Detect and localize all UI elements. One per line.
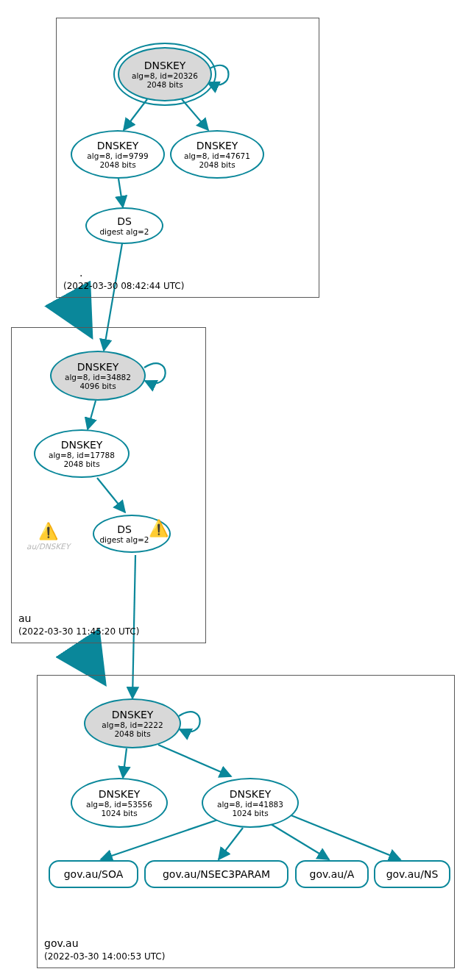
au-zsk-title: DNSKEY bbox=[61, 439, 103, 451]
root-ksk-title: DNSKEY bbox=[144, 60, 186, 71]
govau-ksk-title: DNSKEY bbox=[112, 709, 154, 720]
root-zsk-line1: alg=8, id=9799 bbox=[87, 151, 148, 160]
govau-ksk-node[interactable]: DNSKEY alg=8, id=2222 2048 bits bbox=[84, 698, 181, 748]
au-zsk-line2: 2048 bits bbox=[63, 459, 99, 468]
root-ksk-line2: 2048 bits bbox=[146, 80, 183, 89]
govau-zsk1-line2: 1024 bits bbox=[101, 809, 137, 818]
govau-zsk2-title: DNSKEY bbox=[230, 788, 272, 800]
root-extra-title: DNSKEY bbox=[196, 140, 238, 151]
au-ksk-node[interactable]: DNSKEY alg=8, id=34882 4096 bits bbox=[50, 351, 146, 401]
root-extra-line1: alg=8, id=47671 bbox=[184, 151, 250, 160]
au-zsk-line1: alg=8, id=17788 bbox=[49, 451, 115, 459]
govau-ksk-line1: alg=8, id=2222 bbox=[102, 720, 163, 729]
govau-ksk-line2: 2048 bits bbox=[114, 729, 150, 738]
zone-au-timestamp: (2022-03-30 11:45:20 UTC) bbox=[18, 626, 139, 637]
root-ksk-node[interactable]: DNSKEY alg=8, id=20326 2048 bits bbox=[118, 47, 212, 101]
au-ksk-line1: alg=8, id=34882 bbox=[65, 373, 131, 382]
root-zsk-title: DNSKEY bbox=[97, 140, 139, 151]
au-ds-line1: digest alg=2 bbox=[99, 535, 149, 544]
root-ds-line1: digest alg=2 bbox=[99, 227, 149, 236]
govau-zsk2-line2: 1024 bits bbox=[232, 809, 268, 818]
au-zsk-node[interactable]: DNSKEY alg=8, id=17788 2048 bits bbox=[34, 429, 130, 478]
root-extra-dnskey-node[interactable]: DNSKEY alg=8, id=47671 2048 bits bbox=[170, 130, 264, 179]
record-soa[interactable]: gov.au/SOA bbox=[49, 860, 138, 888]
govau-zsk1-line1: alg=8, id=53556 bbox=[86, 800, 152, 809]
root-ds-node[interactable]: DS digest alg=2 bbox=[85, 207, 163, 244]
govau-zsk1-node[interactable]: DNSKEY alg=8, id=53556 1024 bits bbox=[71, 778, 168, 828]
zone-govau-label: gov.au bbox=[44, 937, 79, 949]
warning-icon[interactable]: ⚠️ bbox=[149, 521, 169, 537]
record-nsec3param[interactable]: gov.au/NSEC3PARAM bbox=[144, 860, 288, 888]
au-ksk-title: DNSKEY bbox=[77, 361, 119, 373]
root-ksk-line1: alg=8, id=20326 bbox=[132, 71, 198, 80]
record-a[interactable]: gov.au/A bbox=[295, 860, 369, 888]
root-zsk-node[interactable]: DNSKEY alg=8, id=9799 2048 bits bbox=[71, 130, 165, 179]
govau-zsk2-line1: alg=8, id=41883 bbox=[217, 800, 283, 809]
zone-root-timestamp: (2022-03-30 08:42:44 UTC) bbox=[63, 281, 184, 291]
dnssec-graph-canvas: . (2022-03-30 08:42:44 UTC) au (2022-03-… bbox=[0, 0, 471, 980]
au-dnskey-insecure-label: au/DNSKEY bbox=[26, 542, 70, 551]
govau-zsk2-node[interactable]: DNSKEY alg=8, id=41883 1024 bits bbox=[202, 778, 299, 828]
record-ns[interactable]: gov.au/NS bbox=[374, 860, 450, 888]
root-extra-line2: 2048 bits bbox=[199, 160, 235, 169]
au-ds-title: DS bbox=[117, 523, 132, 535]
zone-root-label: . bbox=[79, 267, 82, 279]
govau-zsk1-title: DNSKEY bbox=[99, 788, 141, 800]
warning-icon[interactable]: ⚠️ bbox=[38, 523, 58, 540]
root-zsk-line2: 2048 bits bbox=[99, 160, 135, 169]
au-ksk-line2: 4096 bits bbox=[79, 382, 116, 390]
root-ds-title: DS bbox=[117, 215, 132, 227]
zone-govau-timestamp: (2022-03-30 14:00:53 UTC) bbox=[44, 951, 165, 962]
zone-au-label: au bbox=[18, 612, 31, 624]
